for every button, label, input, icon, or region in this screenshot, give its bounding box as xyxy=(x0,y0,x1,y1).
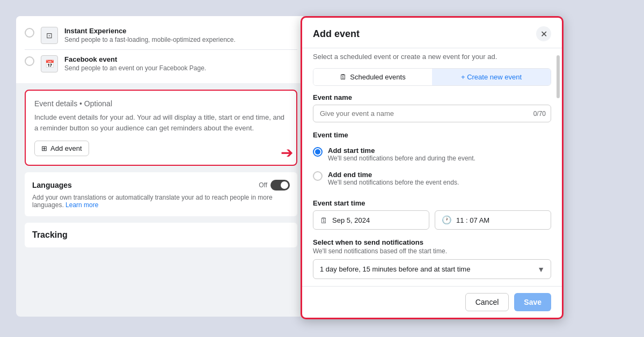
notifications-group: Select when to send notifications We'll … xyxy=(313,238,551,279)
languages-section: Languages Off Add your own translations … xyxy=(25,172,297,216)
tab-scheduled-events[interactable]: 🗓 Scheduled events xyxy=(313,69,432,85)
start-time-label: Add start time xyxy=(328,146,475,155)
modal-title: Add event xyxy=(313,28,360,40)
event-details-description: Include event details for your ad. Your … xyxy=(34,112,288,133)
toggle-off-label: Off xyxy=(259,181,267,189)
date-value: Sep 5, 2024 xyxy=(332,216,370,224)
facebook-event-text: Facebook event Send people to an event o… xyxy=(64,55,206,72)
tab-create-new-event[interactable]: + Create new event xyxy=(432,69,551,85)
notifications-select-wrap: 1 day before, 15 minutes before and at s… xyxy=(313,259,551,279)
toggle-switch[interactable] xyxy=(270,180,290,191)
close-icon: ✕ xyxy=(540,29,547,39)
modal-subtitle: Select a scheduled event or create a new… xyxy=(302,48,562,65)
instant-experience-desc: Send people to a fast-loading, mobile-op… xyxy=(64,36,236,43)
event-name-input[interactable] xyxy=(313,105,551,122)
radio-facebook-event[interactable] xyxy=(25,56,34,66)
event-details-box: Event details • Optional Include event d… xyxy=(25,90,297,166)
end-time-text: Add end time We'll send notifications be… xyxy=(328,171,459,186)
tracking-section: Tracking xyxy=(25,223,297,247)
tab-scheduled-label: Scheduled events xyxy=(350,73,405,81)
arrow-right: ➔ xyxy=(281,144,293,162)
languages-header: Languages Off xyxy=(32,180,290,191)
end-time-desc: We'll send notifications before the even… xyxy=(328,179,459,186)
add-end-time-option[interactable]: Add end time We'll send notifications be… xyxy=(313,166,551,191)
add-start-time-option[interactable]: Add start time We'll send notifications … xyxy=(313,142,551,166)
tab-create-label: + Create new event xyxy=(461,73,522,81)
instant-experience-icon: ⊡ xyxy=(41,27,58,44)
add-event-modal: Add event ✕ Select a scheduled event or … xyxy=(301,16,564,319)
left-panel: ⊡ Instant Experience Send people to a fa… xyxy=(16,16,306,317)
event-name-input-wrap: 0/70 xyxy=(313,105,551,122)
languages-toggle[interactable]: Off xyxy=(259,180,290,191)
modal-close-button[interactable]: ✕ xyxy=(536,26,551,41)
languages-title: Languages xyxy=(32,181,72,189)
event-name-group: Event name 0/70 xyxy=(313,93,551,122)
notifications-sublabel: We'll send notifications based off the s… xyxy=(313,247,551,255)
event-start-time-label: Event start time xyxy=(313,199,551,207)
radio-instant-experience[interactable] xyxy=(25,28,34,38)
save-button[interactable]: Save xyxy=(514,293,551,311)
clock-icon: 🕐 xyxy=(442,215,452,225)
facebook-event-option[interactable]: 📅 Facebook event Send people to an event… xyxy=(25,50,297,78)
facebook-event-desc: Send people to an event on your Facebook… xyxy=(64,64,206,72)
char-count: 0/70 xyxy=(533,110,546,118)
event-start-time-group: Event start time 🗓 Sep 5, 2024 🕐 11 : 07… xyxy=(313,199,551,230)
datetime-row: 🗓 Sep 5, 2024 🕐 11 : 07 AM xyxy=(313,210,551,230)
modal-tabs: 🗓 Scheduled events + Create new event xyxy=(313,68,551,86)
event-details-heading: Event details • Optional xyxy=(34,99,288,108)
modal-header: Add event ✕ xyxy=(302,18,562,48)
add-event-button[interactable]: ⊞ Add event xyxy=(34,141,89,156)
end-time-label: Add end time xyxy=(328,171,459,179)
cancel-label: Cancel xyxy=(475,298,499,306)
notifications-select[interactable]: 1 day before, 15 minutes before and at s… xyxy=(313,259,551,279)
modal-footer: Cancel Save xyxy=(302,286,562,318)
learn-more-link[interactable]: Learn more xyxy=(65,201,98,209)
calendar-icon: 🗓 xyxy=(340,73,347,81)
save-label: Save xyxy=(524,298,541,306)
modal-scrollbar[interactable] xyxy=(557,55,560,98)
add-event-label: Add event xyxy=(50,144,82,152)
date-field[interactable]: 🗓 Sep 5, 2024 xyxy=(313,210,429,230)
event-time-group: Event time Add start time We'll send not… xyxy=(313,131,551,191)
facebook-event-icon: 📅 xyxy=(41,55,58,72)
languages-desc: Add your own translations or automatical… xyxy=(32,194,290,209)
tracking-title: Tracking xyxy=(32,230,290,240)
radio-start-time[interactable] xyxy=(313,147,323,157)
start-time-text: Add start time We'll send notifications … xyxy=(328,146,475,162)
radio-end-time[interactable] xyxy=(313,171,323,181)
time-field[interactable]: 🕐 11 : 07 AM xyxy=(435,210,551,230)
instant-experience-option[interactable]: ⊡ Instant Experience Send people to a fa… xyxy=(25,21,297,50)
notifications-label: Select when to send notifications xyxy=(313,238,551,246)
instant-experience-title: Instant Experience xyxy=(64,27,236,35)
time-value: 11 : 07 AM xyxy=(456,216,489,224)
facebook-event-title: Facebook event xyxy=(64,55,206,63)
add-event-icon: ⊞ xyxy=(41,144,47,152)
instant-experience-text: Instant Experience Send people to a fast… xyxy=(64,27,236,43)
event-name-label: Event name xyxy=(313,93,551,101)
modal-body: Event name 0/70 Event time Add start tim… xyxy=(302,93,562,286)
cancel-button[interactable]: Cancel xyxy=(465,293,509,311)
calendar-field-icon: 🗓 xyxy=(320,216,328,225)
event-time-label: Event time xyxy=(313,131,551,139)
start-time-desc: We'll send notifications before and duri… xyxy=(328,155,475,162)
